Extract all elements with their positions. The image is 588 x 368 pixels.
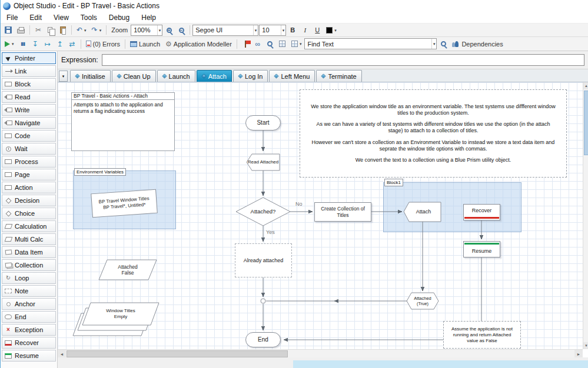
stage-create-collection[interactable]: Create Collection of Titles <box>314 202 371 222</box>
menu-view[interactable]: View <box>48 12 75 23</box>
sidebar-item-choice[interactable]: Choice <box>2 208 56 219</box>
sidebar-item-navigate[interactable]: Navigate <box>2 117 56 129</box>
window-titles-data-item-shape[interactable] <box>91 189 158 218</box>
decision-stage-shape[interactable] <box>236 198 290 226</box>
zoom-in-icon <box>167 28 172 33</box>
font-size-select[interactable]: 10▾ <box>259 25 286 36</box>
tab-initialise[interactable]: Initialise <box>70 70 111 82</box>
font-family-select[interactable]: Segoe UI▾ <box>192 25 258 36</box>
italic-button[interactable]: I <box>299 24 311 36</box>
paste-button[interactable] <box>57 24 69 36</box>
grid-view-button[interactable] <box>277 38 288 50</box>
application-modeller-button[interactable]: ⚙Application Modeller <box>163 38 234 50</box>
search-document-button[interactable] <box>264 38 276 50</box>
sidebar-item-wait[interactable]: Wait <box>2 143 56 155</box>
pause-button[interactable]: ▮▮ <box>17 38 29 50</box>
stage-already-attached[interactable]: Already attached <box>235 243 292 277</box>
bold-button[interactable]: B <box>287 24 298 36</box>
scroll-left-button[interactable]: ◄ <box>58 350 66 358</box>
milestone-flag-button[interactable] <box>240 38 251 50</box>
menu-help[interactable]: Help <box>135 12 162 23</box>
tab-launch[interactable]: Launch <box>157 70 195 82</box>
menu-edit[interactable]: Edit <box>24 12 48 23</box>
sidebar-item-exception[interactable]: ×Exception <box>2 324 56 336</box>
sidebar-item-page[interactable]: Page <box>2 169 56 180</box>
dependencies-button[interactable]: Dependencies <box>450 38 505 50</box>
sidebar-item-recover[interactable]: Recover <box>2 337 56 349</box>
scroll-up-button[interactable]: ▲ <box>583 82 588 89</box>
sidebar-item-code[interactable]: Code <box>2 130 56 142</box>
tab-overflow-button[interactable]: ▾ <box>59 71 68 82</box>
reset-button[interactable]: ⇄ <box>67 38 78 50</box>
read-stage-shape[interactable] <box>247 154 280 170</box>
copy-button[interactable] <box>45 24 57 36</box>
zoom-select[interactable]: 100%▾ <box>131 25 162 36</box>
tab-attach[interactable]: Attach <box>197 70 232 82</box>
note-bottom[interactable]: Assume the application is not running an… <box>443 321 521 349</box>
sidebar-item-pointer[interactable]: Pointer <box>2 52 56 64</box>
sidebar-item-write[interactable]: Write <box>2 104 56 116</box>
sidebar-item-decision[interactable]: Decision <box>2 195 56 206</box>
attached-true-stage-shape[interactable] <box>407 293 438 309</box>
sidebar-item-collection[interactable]: Collection <box>2 259 56 271</box>
sidebar-item-end[interactable]: End <box>2 311 56 323</box>
sidebar-item-calculation[interactable]: Calculation <box>2 220 56 232</box>
find-text-combo[interactable]: Find Text▾ <box>304 38 437 49</box>
stage-end[interactable]: End <box>245 332 281 347</box>
step-out-button[interactable]: ↥ <box>54 38 66 50</box>
zoom-out-button[interactable] <box>175 24 187 36</box>
sidebar-item-data-item[interactable]: Data Item <box>2 246 56 258</box>
print-button[interactable] <box>15 24 27 36</box>
stage-start[interactable]: Start <box>245 115 281 131</box>
sidebar-item-process[interactable]: Process <box>2 156 56 168</box>
expression-input[interactable] <box>102 54 584 66</box>
scroll-down-button[interactable]: ▼ <box>583 342 588 349</box>
sidebar-item-note[interactable]: Note <box>2 285 56 297</box>
font-color-button[interactable]: ▾ <box>324 24 339 36</box>
stage-recover[interactable]: Recover <box>463 204 500 220</box>
step-in-button[interactable]: ↧ <box>29 38 41 50</box>
underline-button[interactable]: U <box>311 24 323 36</box>
redo-button[interactable]: ↷▾ <box>89 24 104 36</box>
sidebar-item-action[interactable]: Action <box>2 182 56 193</box>
grid-options-button[interactable]: ▾ <box>289 38 304 50</box>
launch-button[interactable]: Launch <box>128 38 162 50</box>
tab-clean-up[interactable]: Clean Up <box>112 70 156 82</box>
attach-stage-shape[interactable] <box>404 202 441 222</box>
sidebar-item-multi-calc[interactable]: Multi Calc <box>2 233 56 245</box>
horizontal-scroll-thumb[interactable] <box>67 350 288 357</box>
stage-resume[interactable]: Resume <box>463 241 500 257</box>
run-button[interactable]: ▾ <box>2 38 16 50</box>
sidebar-item-loop[interactable]: ↻Loop <box>2 272 56 284</box>
sidebar-item-read[interactable]: Read <box>2 91 56 103</box>
note-paragraph: As we can have a variety of test systems… <box>308 121 558 135</box>
scroll-right-button[interactable]: ► <box>574 350 583 358</box>
menu-tools[interactable]: Tools <box>75 12 103 23</box>
horizontal-scrollbar[interactable]: ◄ ► <box>58 349 583 357</box>
attached-false-stage-shape[interactable] <box>99 260 157 280</box>
tab-log-in[interactable]: Log In <box>233 70 268 82</box>
menu-debug[interactable]: Debug <box>103 12 135 23</box>
menu-file[interactable]: File <box>1 12 24 23</box>
tab-left-menu[interactable]: Left Menu <box>269 70 315 82</box>
note-top[interactable]: We store the application window title as… <box>300 89 567 178</box>
window-titles-empty-stage-shape[interactable] <box>82 303 159 325</box>
vertical-scrollbar[interactable]: ▲ ▼ <box>583 82 588 349</box>
undo-button[interactable]: ↶▾ <box>74 24 89 36</box>
vertical-scroll-thumb[interactable] <box>584 91 588 155</box>
errors-button[interactable]: (0) Errors <box>84 38 122 50</box>
sidebar-item-link[interactable]: Link <box>2 65 56 77</box>
sidebar-item-anchor[interactable]: Anchor <box>2 298 56 310</box>
cut-button[interactable]: ✂ <box>32 24 44 36</box>
tab-terminate[interactable]: Terminate <box>316 70 361 82</box>
find-next-button[interactable] <box>437 38 449 50</box>
zoom-in-button[interactable] <box>163 24 175 36</box>
flow-canvas[interactable]: Environment Variables Block1 BP Travel -… <box>58 82 583 349</box>
sidebar-item-resume[interactable]: Resume <box>2 350 56 362</box>
save-button[interactable] <box>2 24 14 36</box>
element-link-button[interactable]: ∞ <box>252 38 264 50</box>
anchor-stage-shape[interactable] <box>261 299 265 303</box>
sidebar-item-block[interactable]: Block <box>2 78 56 90</box>
chain-link-icon: ∞ <box>255 41 261 48</box>
step-over-button[interactable]: ↦ <box>42 38 54 50</box>
